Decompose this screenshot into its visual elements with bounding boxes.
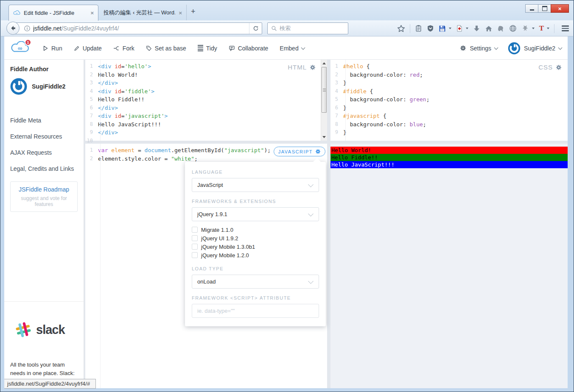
tidy-button[interactable]: Tidy: [198, 45, 217, 52]
health-dropdown-caret-icon[interactable]: [466, 28, 468, 29]
bookmark-star-icon[interactable]: [397, 25, 405, 33]
user-avatar[interactable]: [508, 42, 521, 55]
back-arrow-icon: [10, 25, 16, 31]
world-clipper-icon[interactable]: [509, 25, 517, 32]
minimize-button[interactable]: [525, 4, 538, 13]
notification-badge: 1: [25, 39, 31, 46]
author-avatar[interactable]: [10, 78, 27, 95]
health-report-icon[interactable]: [456, 25, 463, 32]
code-line[interactable]: 8Hello JavaScript!!!: [85, 120, 327, 129]
text-tool-icon[interactable]: T: [539, 25, 544, 32]
tidy-icon: [198, 45, 203, 51]
tab-close-icon[interactable]: ×: [90, 10, 94, 16]
script-attribute-input[interactable]: [192, 304, 319, 318]
code-line[interactable]: 4#fiddle {: [330, 87, 568, 96]
roadmap-box[interactable]: JSFiddle Roadmap suggest and vote for fe…: [10, 181, 78, 212]
code-line[interactable]: 3}: [330, 79, 568, 87]
html-editor[interactable]: 1<div id='hello'>2Hello World!3</div>4<d…: [85, 60, 327, 141]
tab-close-icon[interactable]: ×: [179, 10, 182, 16]
chevron-down-icon: [494, 45, 498, 50]
collaborate-button[interactable]: Collaborate: [229, 45, 269, 52]
maximize-button[interactable]: [538, 4, 551, 13]
embed-menu[interactable]: Embed: [280, 45, 304, 52]
shield-icon[interactable]: [427, 25, 434, 32]
downloads-icon[interactable]: [473, 25, 480, 32]
extension-dropdown-caret-icon[interactable]: [532, 28, 535, 29]
save-floppy-icon[interactable]: [439, 25, 446, 32]
username-menu[interactable]: SugiFiddle2: [524, 45, 555, 52]
code-line[interactable]: 8 background-color: blue;: [330, 120, 568, 129]
url-path: /SugiFiddle2/4vuyfrf4/: [62, 25, 119, 32]
code-line[interactable]: 1#hello {: [330, 62, 568, 71]
sidebar-item[interactable]: Fiddle Meta: [10, 117, 78, 124]
jsfiddle-logo[interactable]: ∞ 1: [10, 41, 30, 54]
extension-option[interactable]: jQuery UI 1.9.2: [192, 234, 319, 242]
code-line[interactable]: 5 background-color: green;: [330, 95, 568, 104]
scrollbar-thumb[interactable]: [322, 67, 327, 113]
url-host: jsfiddle.net: [33, 25, 62, 32]
run-button[interactable]: Run: [42, 45, 62, 52]
extension-option[interactable]: jQuery Mobile 1.2.0: [192, 251, 319, 259]
javascript-settings-button[interactable]: JAVASCRIPT: [274, 147, 325, 156]
set-as-base-button[interactable]: Set as base: [146, 45, 186, 52]
sidebar-item[interactable]: AJAX Requests: [10, 149, 78, 156]
chevron-down-icon: [308, 182, 314, 187]
code-line[interactable]: 4<div id='fiddle'>: [85, 87, 327, 96]
css-editor[interactable]: 1#hello {2 background-color: red;3}4#fid…: [330, 60, 568, 141]
home-icon[interactable]: [485, 25, 493, 32]
tab-wordpress[interactable]: 投稿の編集 ‹ 光芸社 — Word... ×: [99, 5, 187, 21]
scroll-down-button[interactable]: [321, 134, 327, 140]
code-line[interactable]: 7#javascript {: [330, 112, 568, 120]
code-line[interactable]: 9}: [330, 128, 568, 137]
code-line[interactable]: 5Hello Fiddle!!: [85, 95, 327, 104]
evernote-icon[interactable]: [497, 25, 504, 32]
back-button[interactable]: [6, 22, 20, 35]
checkbox[interactable]: [192, 235, 198, 241]
framework-select[interactable]: jQuery 1.9.1: [192, 207, 319, 221]
code-line[interactable]: 6</div>: [85, 104, 327, 112]
update-button[interactable]: Update: [74, 45, 102, 52]
search-bar[interactable]: 検索: [267, 22, 348, 34]
bookmarks-list-icon[interactable]: [415, 25, 422, 32]
checkbox[interactable]: [192, 227, 198, 233]
pencil-icon: [74, 45, 80, 51]
extension-option[interactable]: Migrate 1.1.0: [192, 225, 319, 234]
extension-option[interactable]: jQuery Mobile 1.3.0b1: [192, 242, 319, 251]
text-dropdown-caret-icon[interactable]: [547, 28, 549, 29]
reload-button[interactable]: [249, 23, 262, 34]
sidebar-links: Fiddle MetaExternal ResourcesAJAX Reques…: [10, 117, 78, 172]
language-select[interactable]: JavaScript: [192, 178, 319, 192]
checkbox[interactable]: [192, 244, 198, 250]
svg-text:∞: ∞: [18, 44, 22, 52]
gear-icon: [460, 45, 466, 51]
code-line[interactable]: 6}: [330, 104, 568, 112]
page-info-icon[interactable]: [24, 25, 31, 32]
code-line[interactable]: 2Hello World!: [85, 71, 327, 79]
chevron-down-icon: [308, 278, 314, 284]
close-window-button[interactable]: ×: [551, 4, 569, 13]
code-line[interactable]: 9</div>: [85, 128, 327, 137]
url-bar[interactable]: jsfiddle.net/SugiFiddle2/4vuyfrf4/: [13, 22, 262, 34]
fork-button[interactable]: Fork: [113, 45, 134, 52]
scroll-up-button[interactable]: [321, 60, 327, 67]
checkbox[interactable]: [192, 252, 198, 258]
code-line[interactable]: 2 background-color: red;: [330, 71, 568, 79]
scrollbar[interactable]: [321, 60, 327, 141]
sidebar-item[interactable]: Legal, Credits and Links: [10, 165, 78, 172]
code-line[interactable]: 3</div>: [85, 79, 327, 87]
load-type-select[interactable]: onLoad: [192, 275, 319, 289]
new-tab-button[interactable]: +: [191, 8, 196, 15]
css-settings-gear-icon[interactable]: [556, 64, 562, 70]
save-dropdown-caret-icon[interactable]: [449, 28, 451, 29]
extension-moth-icon[interactable]: [521, 25, 529, 32]
slack-ad[interactable]: slack All the tools your team needs in o…: [4, 301, 84, 386]
settings-menu[interactable]: Settings: [470, 45, 491, 52]
tab-jsfiddle[interactable]: ∞ Edit fiddle - JSFiddle ×: [8, 5, 98, 21]
author-name[interactable]: SugiFiddle2: [32, 83, 65, 90]
line-number: 2: [330, 71, 342, 79]
html-settings-gear-icon[interactable]: [310, 64, 316, 70]
code-line[interactable]: 7<div id='javascript'>: [85, 112, 327, 120]
sidebar-item[interactable]: External Resources: [10, 133, 78, 140]
roadmap-link[interactable]: JSFiddle Roadmap: [13, 186, 75, 193]
menu-icon[interactable]: [559, 25, 569, 31]
